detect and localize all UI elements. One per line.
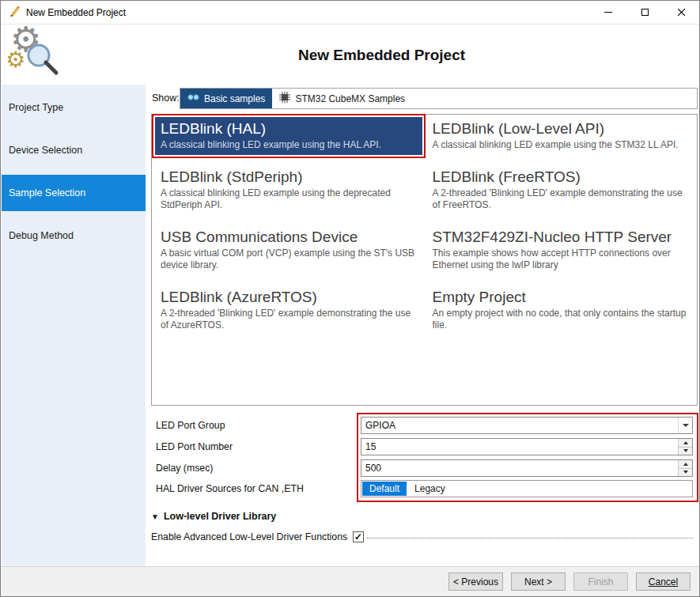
new-embedded-project-dialog: New Embedded Project ⚙ ⚙ New Embe <box>0 0 700 597</box>
form-row-led-port-group: LED Port Group GPIOA <box>156 417 693 434</box>
low-level-driver-library-section[interactable]: ▼ Low-level Driver Library <box>151 511 276 522</box>
wizard-title: New Embedded Project <box>64 25 699 85</box>
sample-item-usb-communications-device[interactable]: USB Communications Device A basic virtua… <box>155 225 422 275</box>
sample-item-http-server[interactable]: STM32F429ZI-Nucleo HTTP Server This exam… <box>427 225 694 275</box>
sample-title: LEDBlink (AzureRTOS) <box>161 287 417 307</box>
sample-title: LEDBlink (StdPeriph) <box>161 167 417 187</box>
triangle-up-icon <box>683 441 688 444</box>
sample-description: This example shows how accept HTTP conne… <box>433 247 689 271</box>
basic-samples-icon <box>187 93 199 104</box>
sample-description: A classical blinking LED example using t… <box>433 139 689 151</box>
tab-basic-samples[interactable]: Basic samples <box>180 89 272 108</box>
wizard-header: ⚙ ⚙ New Embedded Project <box>1 25 699 85</box>
hal-driver-sources-toggle: Default Legacy <box>361 480 693 497</box>
dotted-line <box>367 538 693 538</box>
spinner-value: 15 <box>361 441 678 452</box>
collapse-triangle-icon: ▼ <box>151 512 159 521</box>
maximize-icon <box>641 9 649 16</box>
spinner-value: 500 <box>361 463 678 474</box>
previous-button[interactable]: < Previous <box>448 572 503 591</box>
tab-stm32-cubemx-samples[interactable]: STM32 CubeMX Samples <box>272 89 412 108</box>
sidebar-item-device-selection[interactable]: Device Selection <box>2 132 146 168</box>
chip-icon <box>279 92 290 105</box>
sample-title: STM32F429ZI-Nucleo HTTP Server <box>433 227 689 247</box>
gears-magnifier-icon: ⚙ ⚙ <box>6 25 64 82</box>
cancel-button[interactable]: Cancel <box>636 572 691 591</box>
sample-title: LEDBlink (FreeRTOS) <box>433 167 689 187</box>
form-row-delay-msec: Delay (msec) 500 <box>156 459 693 477</box>
show-label: Show: <box>152 88 180 109</box>
window-title: New Embedded Project <box>26 7 126 18</box>
gear-icon-small: ⚙ <box>6 49 25 71</box>
sample-description: A 2-threaded 'Blinking LED' example demo… <box>433 187 689 211</box>
toggle-option-legacy[interactable]: Legacy <box>407 483 453 494</box>
field-label-hal-driver-sources: HAL Driver Sources for CAN ,ETH <box>156 483 361 494</box>
window-controls <box>590 1 699 24</box>
spinner-up-button[interactable] <box>679 439 692 448</box>
sample-title: LEDBlink (HAL) <box>161 119 417 138</box>
combobox-dropdown-button[interactable] <box>678 418 692 433</box>
app-pencil-icon <box>8 5 21 21</box>
sample-item-empty-project[interactable]: Empty Project An empty project with no c… <box>427 285 694 335</box>
chevron-down-icon <box>683 424 689 427</box>
advanced-functions-row: Enable Advanced Low-Level Driver Functio… <box>151 530 693 544</box>
sample-description: A 2-threaded 'Blinking LED' example demo… <box>161 308 417 331</box>
field-label-led-port-group: LED Port Group <box>156 420 361 431</box>
footer-bar: < Previous Next > Finish Cancel <box>1 566 699 596</box>
led-port-number-spinner[interactable]: 15 <box>361 438 693 455</box>
next-button[interactable]: Next > <box>511 572 566 591</box>
form-row-led-port-number: LED Port Number 15 <box>156 438 693 455</box>
samples-filter-tabs: Basic samples STM32 CubeMX Samples <box>180 88 698 109</box>
sample-item-ledblink-freertos[interactable]: LEDBlink (FreeRTOS) A 2-threaded 'Blinki… <box>427 165 694 215</box>
sidebar-item-debug-method[interactable]: Debug Method <box>2 217 146 254</box>
spinner-buttons <box>678 439 692 455</box>
close-icon <box>677 6 686 20</box>
minimize-icon <box>604 12 612 13</box>
form-row-hal-driver-sources: HAL Driver Sources for CAN ,ETH Default … <box>156 480 693 497</box>
sample-description: A classical blinking LED example using t… <box>161 187 417 211</box>
sample-title: LEDBlink (Low-Level API) <box>433 119 689 138</box>
samples-list: LEDBlink (HAL) A classical blinking LED … <box>151 114 698 406</box>
maximize-button[interactable] <box>626 1 663 24</box>
sidebar-item-project-type[interactable]: Project Type <box>2 89 146 126</box>
advanced-functions-checkbox[interactable]: ✓ <box>353 531 364 542</box>
sample-item-ledblink-azurertos[interactable]: LEDBlink (AzureRTOS) A 2-threaded 'Blink… <box>155 285 422 335</box>
close-button[interactable] <box>663 1 699 24</box>
tab-label: Basic samples <box>204 93 265 104</box>
minimize-button[interactable] <box>590 1 626 24</box>
finish-button: Finish <box>573 572 628 591</box>
sample-description: A classical blinking LED example using t… <box>161 139 417 151</box>
spinner-down-button[interactable] <box>679 469 692 477</box>
tab-label: STM32 CubeMX Samples <box>295 93 405 104</box>
wizard-sidebar: Project Type Device Selection Sample Sel… <box>2 85 146 568</box>
spinner-down-button[interactable] <box>679 448 692 455</box>
sample-item-ledblink-hal[interactable]: LEDBlink (HAL) A classical blinking LED … <box>155 117 422 155</box>
triangle-down-icon <box>683 449 688 452</box>
toggle-option-default[interactable]: Default <box>362 482 407 496</box>
section-label: Low-level Driver Library <box>164 511 276 522</box>
spinner-buttons <box>678 460 692 476</box>
sample-description: An empty project with no code, that only… <box>433 308 689 331</box>
led-port-group-combobox[interactable]: GPIOA <box>361 417 693 434</box>
sample-description: A basic virtual COM port (VCP) example u… <box>161 247 417 271</box>
checkbox-label: Enable Advanced Low-Level Driver Functio… <box>151 531 347 542</box>
titlebar: New Embedded Project <box>1 1 699 25</box>
sample-item-ledblink-stdperiph[interactable]: LEDBlink (StdPeriph) A classical blinkin… <box>155 165 422 215</box>
field-label-led-port-number: LED Port Number <box>156 441 361 452</box>
sample-title: USB Communications Device <box>161 227 417 247</box>
triangle-up-icon <box>683 463 688 466</box>
sample-title: Empty Project <box>433 287 689 307</box>
triangle-down-icon <box>683 470 688 474</box>
spinner-up-button[interactable] <box>679 460 692 469</box>
sample-item-ledblink-low-level[interactable]: LEDBlink (Low-Level API) A classical bli… <box>427 117 694 155</box>
check-icon: ✓ <box>354 532 362 542</box>
sidebar-item-sample-selection[interactable]: Sample Selection <box>2 175 146 211</box>
field-label-delay-msec: Delay (msec) <box>156 463 361 474</box>
magnifier-icon <box>25 41 61 77</box>
combobox-value: GPIOA <box>361 420 678 431</box>
delay-msec-spinner[interactable]: 500 <box>361 459 693 477</box>
